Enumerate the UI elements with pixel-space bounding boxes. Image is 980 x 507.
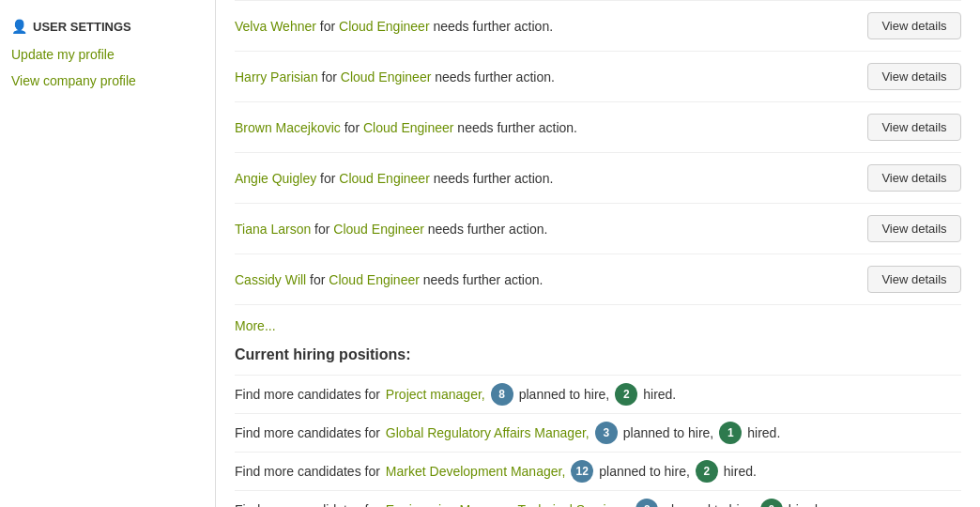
sidebar-header-label: USER SETTINGS xyxy=(33,20,131,34)
notifications-list: Velva Wehner for Cloud Engineer needs fu… xyxy=(235,0,961,305)
main-content: Velva Wehner for Cloud Engineer needs fu… xyxy=(216,0,980,507)
hiring-position-row: Find more candidates for Global Regulato… xyxy=(235,414,961,453)
view-company-profile-link[interactable]: View company profile xyxy=(0,68,215,94)
hired-label: hired. xyxy=(789,502,821,507)
hired-badge: 0 xyxy=(760,499,783,507)
hired-label: hired. xyxy=(747,425,780,440)
view-details-button[interactable]: View details xyxy=(867,114,961,141)
user-icon: 👤 xyxy=(11,19,27,34)
view-details-button[interactable]: View details xyxy=(867,12,961,39)
hired-badge: 1 xyxy=(719,422,742,444)
hired-label: hired. xyxy=(643,387,676,402)
hiring-position-row: Find more candidates for Project manager… xyxy=(235,375,961,414)
notification-row: Cassidy Will for Cloud Engineer needs fu… xyxy=(235,254,961,305)
notification-text: Harry Parisian for Cloud Engineer needs … xyxy=(235,69,555,84)
position-link[interactable]: Market Development Manager, xyxy=(386,464,565,479)
candidate-name-link[interactable]: Harry Parisian xyxy=(235,69,318,84)
hiring-prefix: Find more candidates for xyxy=(235,425,380,440)
notification-row: Brown Macejkovic for Cloud Engineer need… xyxy=(235,102,961,153)
more-link[interactable]: More... xyxy=(235,305,961,343)
hired-badge: 2 xyxy=(615,383,637,406)
notification-row: Velva Wehner for Cloud Engineer needs fu… xyxy=(235,0,961,52)
planned-label: planned to hire, xyxy=(599,464,690,479)
planned-badge: 3 xyxy=(595,422,618,444)
planned-label: planned to hire, xyxy=(519,387,610,402)
role-link[interactable]: Cloud Engineer xyxy=(339,171,430,186)
hiring-title: Current hiring positions: xyxy=(235,343,961,375)
update-profile-link[interactable]: Update my profile xyxy=(0,41,215,68)
notification-text: Brown Macejkovic for Cloud Engineer need… xyxy=(235,120,577,135)
notification-row: Angie Quigley for Cloud Engineer needs f… xyxy=(235,153,961,204)
planned-badge: 12 xyxy=(571,460,593,483)
role-link[interactable]: Cloud Engineer xyxy=(341,69,432,84)
position-link[interactable]: Engineering Manager, Technical Services, xyxy=(386,502,630,507)
hiring-prefix: Find more candidates for xyxy=(235,387,380,402)
role-link[interactable]: Cloud Engineer xyxy=(363,120,454,135)
sidebar-header: 👤 USER SETTINGS xyxy=(0,11,215,41)
role-link[interactable]: Cloud Engineer xyxy=(339,19,430,34)
view-details-button[interactable]: View details xyxy=(867,164,961,192)
candidate-name-link[interactable]: Angie Quigley xyxy=(235,171,316,186)
notification-text: Velva Wehner for Cloud Engineer needs fu… xyxy=(235,19,553,34)
hiring-prefix: Find more candidates for xyxy=(235,502,380,507)
view-details-button[interactable]: View details xyxy=(867,266,961,293)
notification-text: Cassidy Will for Cloud Engineer needs fu… xyxy=(235,272,543,287)
hiring-position-row: Find more candidates for Engineering Man… xyxy=(235,491,961,507)
position-link[interactable]: Global Regulatory Affairs Manager, xyxy=(386,425,590,440)
candidate-name-link[interactable]: Tiana Larson xyxy=(235,222,311,237)
planned-badge: 8 xyxy=(491,383,513,406)
planned-badge: 3 xyxy=(635,499,658,507)
view-details-button[interactable]: View details xyxy=(867,215,961,242)
planned-label: planned to hire, xyxy=(664,502,755,507)
notification-row: Tiana Larson for Cloud Engineer needs fu… xyxy=(235,204,961,254)
hired-label: hired. xyxy=(724,464,757,479)
hiring-prefix: Find more candidates for xyxy=(235,464,380,479)
notification-text: Angie Quigley for Cloud Engineer needs f… xyxy=(235,171,553,186)
notification-row: Harry Parisian for Cloud Engineer needs … xyxy=(235,52,961,102)
sidebar: 👤 USER SETTINGS Update my profile View c… xyxy=(0,0,216,507)
candidate-name-link[interactable]: Velva Wehner xyxy=(235,19,316,34)
view-details-button[interactable]: View details xyxy=(867,63,961,90)
hired-badge: 2 xyxy=(696,460,718,483)
candidate-name-link[interactable]: Cassidy Will xyxy=(235,272,306,287)
position-link[interactable]: Project manager, xyxy=(386,387,485,402)
role-link[interactable]: Cloud Engineer xyxy=(329,272,420,287)
hiring-position-row: Find more candidates for Market Developm… xyxy=(235,453,961,491)
candidate-name-link[interactable]: Brown Macejkovic xyxy=(235,120,341,135)
role-link[interactable]: Cloud Engineer xyxy=(333,222,424,237)
hiring-section: Current hiring positions: Find more cand… xyxy=(235,343,961,507)
planned-label: planned to hire, xyxy=(623,425,714,440)
notification-text: Tiana Larson for Cloud Engineer needs fu… xyxy=(235,222,547,237)
hiring-list: Find more candidates for Project manager… xyxy=(235,375,961,507)
